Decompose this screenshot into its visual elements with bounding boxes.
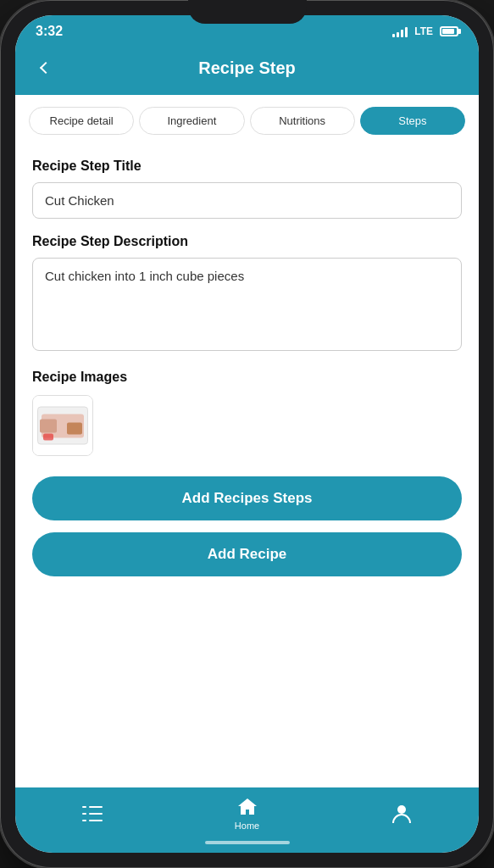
- list-icon: [81, 803, 103, 825]
- step-desc-input[interactable]: Cut chicken into 1 inch cube pieces: [32, 258, 462, 351]
- image-grid: [32, 395, 462, 456]
- home-bar: [205, 841, 290, 844]
- tab-steps[interactable]: Steps: [360, 107, 465, 135]
- svg-rect-4: [82, 820, 86, 821]
- home-label: Home: [235, 821, 259, 831]
- home-icon: [236, 796, 258, 818]
- svg-rect-0: [82, 806, 86, 808]
- svg-rect-3: [89, 813, 103, 815]
- profile-icon: [391, 803, 413, 825]
- add-recipe-button[interactable]: Add Recipe: [32, 532, 462, 576]
- nav-item-list[interactable]: [64, 803, 120, 825]
- step-title-label: Recipe Step Title: [32, 159, 462, 174]
- bottom-nav: Home: [15, 787, 479, 836]
- page-title: Recipe Step: [59, 58, 435, 78]
- signal-icon: [392, 25, 408, 37]
- form-content: Recipe Step Title Recipe Step Descriptio…: [15, 145, 479, 787]
- home-indicator: [15, 836, 479, 853]
- recipe-image-thumb[interactable]: [32, 395, 93, 456]
- battery-icon: [440, 26, 458, 36]
- svg-rect-5: [89, 820, 103, 821]
- nav-item-home[interactable]: Home: [218, 796, 276, 831]
- back-button[interactable]: [32, 54, 59, 81]
- food-image: [33, 396, 92, 455]
- svg-point-6: [397, 805, 406, 814]
- step-desc-label: Recipe Step Description: [32, 234, 462, 249]
- svg-rect-2: [82, 813, 86, 815]
- header: Recipe Step: [15, 44, 479, 95]
- nav-item-profile[interactable]: [374, 803, 430, 825]
- tab-recipe-detail[interactable]: Recipe detail: [29, 107, 134, 135]
- tab-ingredient[interactable]: Ingredient: [139, 107, 244, 135]
- tabs-container: Recipe detail Ingredient Nutritions Step…: [15, 95, 479, 145]
- svg-rect-1: [89, 806, 103, 808]
- lte-label: LTE: [414, 25, 433, 37]
- back-chevron-icon: [40, 62, 52, 74]
- status-icons: LTE: [392, 25, 458, 37]
- step-title-input[interactable]: [32, 182, 462, 219]
- images-label: Recipe Images: [32, 370, 462, 385]
- tab-nutritions[interactable]: Nutritions: [250, 107, 355, 135]
- add-steps-button[interactable]: Add Recipes Steps: [32, 476, 462, 520]
- status-time: 3:32: [36, 24, 63, 39]
